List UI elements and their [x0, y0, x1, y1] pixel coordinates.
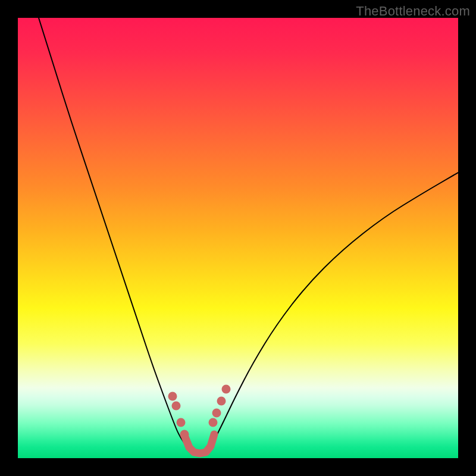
- marker-dot: [217, 397, 226, 406]
- right-curve: [208, 173, 458, 451]
- marker-dot: [172, 402, 181, 411]
- marker-dot: [180, 430, 189, 439]
- marker-dot: [209, 418, 218, 427]
- marker-dot: [177, 418, 186, 427]
- marker-dot: [212, 409, 221, 418]
- plot-area: [18, 18, 458, 458]
- curves-svg: [18, 18, 458, 458]
- marker-dot: [168, 392, 177, 401]
- watermark-text: TheBottleneck.com: [356, 4, 470, 19]
- marker-dot: [222, 385, 231, 394]
- left-curve: [39, 18, 189, 451]
- chart-frame: TheBottleneck.com: [0, 0, 476, 476]
- valley-marker-line: [184, 434, 214, 453]
